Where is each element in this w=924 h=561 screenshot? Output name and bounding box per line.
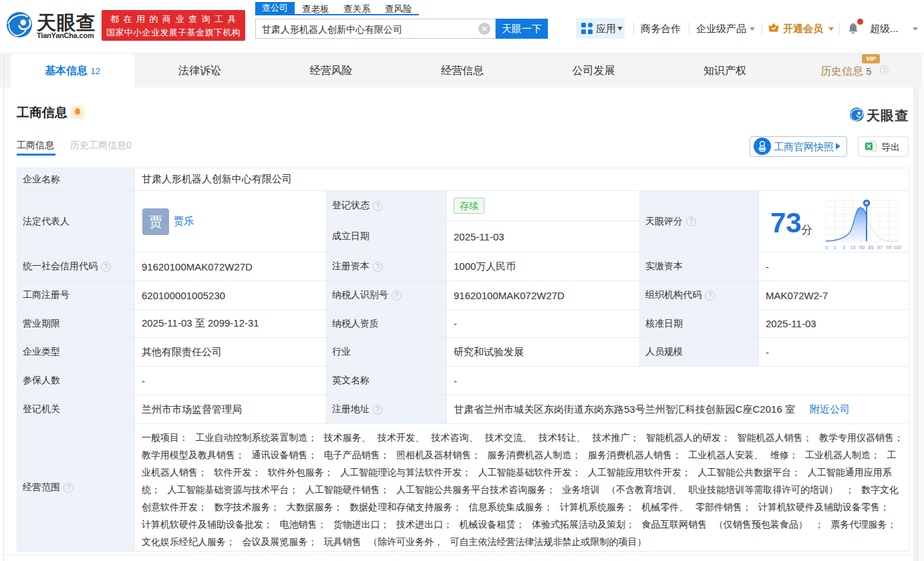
svg-text:97: 97 — [877, 244, 883, 250]
svg-text:100: 100 — [893, 244, 902, 250]
svg-text:99: 99 — [886, 244, 891, 250]
svg-text:1: 1 — [833, 244, 836, 250]
svg-text:85: 85 — [868, 244, 873, 250]
svg-text:50: 50 — [859, 244, 865, 250]
svg-text:0: 0 — [825, 244, 828, 250]
svg-text:3: 3 — [842, 244, 845, 250]
svg-text:15: 15 — [850, 244, 855, 250]
